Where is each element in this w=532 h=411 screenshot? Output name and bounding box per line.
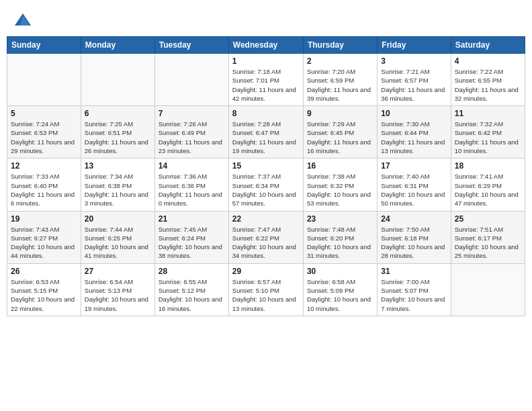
day-cell: 30Sunrise: 6:58 AM Sunset: 5:09 PM Dayli… [303,263,377,316]
day-info: Sunrise: 7:36 AM Sunset: 6:36 PM Dayligh… [159,172,225,208]
day-number: 19 [11,214,77,224]
day-cell: 18Sunrise: 7:41 AM Sunset: 6:29 PM Dayli… [451,158,525,211]
day-cell: 4Sunrise: 7:22 AM Sunset: 6:55 PM Daylig… [451,54,525,106]
week-row-1: 1Sunrise: 7:18 AM Sunset: 7:01 PM Daylig… [7,54,525,106]
day-cell: 22Sunrise: 7:47 AM Sunset: 6:22 PM Dayli… [228,211,303,263]
day-info: Sunrise: 6:57 AM Sunset: 5:10 PM Dayligh… [232,277,300,313]
day-number: 24 [381,214,447,224]
day-number: 30 [307,267,373,276]
day-cell: 13Sunrise: 7:34 AM Sunset: 6:38 PM Dayli… [81,158,154,211]
day-info: Sunrise: 7:47 AM Sunset: 6:22 PM Dayligh… [232,225,300,261]
day-number: 8 [232,109,300,118]
week-row-3: 12Sunrise: 7:33 AM Sunset: 6:40 PM Dayli… [7,158,525,211]
day-cell: 26Sunrise: 6:53 AM Sunset: 5:15 PM Dayli… [7,263,81,316]
day-cell: 3Sunrise: 7:21 AM Sunset: 6:57 PM Daylig… [378,54,451,106]
day-number: 10 [381,109,447,118]
day-info: Sunrise: 7:50 AM Sunset: 6:18 PM Dayligh… [381,225,447,261]
day-header-tuesday: Tuesday [154,37,228,54]
day-info: Sunrise: 7:22 AM Sunset: 6:55 PM Dayligh… [455,67,521,103]
day-cell [154,54,228,106]
day-cell [81,54,154,106]
day-info: Sunrise: 7:32 AM Sunset: 6:42 PM Dayligh… [455,120,521,155]
week-row-2: 5Sunrise: 7:24 AM Sunset: 6:53 PM Daylig… [7,106,525,158]
day-info: Sunrise: 7:44 AM Sunset: 6:25 PM Dayligh… [85,225,151,261]
day-cell: 29Sunrise: 6:57 AM Sunset: 5:10 PM Dayli… [228,263,303,316]
day-info: Sunrise: 7:24 AM Sunset: 6:53 PM Dayligh… [11,120,77,155]
logo [13,12,35,31]
day-cell: 1Sunrise: 7:18 AM Sunset: 7:01 PM Daylig… [228,54,303,106]
day-header-sunday: Sunday [7,37,81,54]
day-number: 31 [381,267,447,276]
day-number: 2 [307,56,373,66]
day-cell: 9Sunrise: 7:29 AM Sunset: 6:45 PM Daylig… [303,106,377,158]
day-info: Sunrise: 6:54 AM Sunset: 5:13 PM Dayligh… [85,277,151,313]
day-number: 25 [455,214,521,224]
day-info: Sunrise: 7:51 AM Sunset: 6:17 PM Dayligh… [455,225,521,261]
day-info: Sunrise: 7:26 AM Sunset: 6:49 PM Dayligh… [159,120,225,155]
day-cell: 20Sunrise: 7:44 AM Sunset: 6:25 PM Dayli… [81,211,154,263]
day-header-monday: Monday [81,37,154,54]
day-cell: 2Sunrise: 7:20 AM Sunset: 6:59 PM Daylig… [303,54,377,106]
day-cell: 10Sunrise: 7:30 AM Sunset: 6:44 PM Dayli… [378,106,451,158]
day-number: 21 [159,214,225,224]
day-number: 1 [232,56,300,66]
day-info: Sunrise: 7:20 AM Sunset: 6:59 PM Dayligh… [307,67,373,103]
day-cell: 15Sunrise: 7:37 AM Sunset: 6:34 PM Dayli… [228,158,303,211]
day-number: 12 [11,161,77,171]
day-number: 14 [159,161,225,171]
day-cell: 16Sunrise: 7:38 AM Sunset: 6:32 PM Dayli… [303,158,377,211]
day-number: 5 [11,109,77,118]
day-cell: 17Sunrise: 7:40 AM Sunset: 6:31 PM Dayli… [378,158,451,211]
logo-icon [13,12,32,31]
day-cell: 27Sunrise: 6:54 AM Sunset: 5:13 PM Dayli… [81,263,154,316]
day-cell: 23Sunrise: 7:48 AM Sunset: 6:20 PM Dayli… [303,211,377,263]
day-number: 13 [85,161,151,171]
day-number: 29 [232,267,300,276]
day-info: Sunrise: 7:28 AM Sunset: 6:47 PM Dayligh… [232,120,300,155]
day-headers-row: SundayMondayTuesdayWednesdayThursdayFrid… [7,37,525,54]
day-number: 22 [232,214,300,224]
day-number: 4 [455,56,521,66]
day-cell: 14Sunrise: 7:36 AM Sunset: 6:36 PM Dayli… [154,158,228,211]
week-row-4: 19Sunrise: 7:43 AM Sunset: 6:27 PM Dayli… [7,211,525,263]
day-header-thursday: Thursday [303,37,377,54]
day-number: 23 [307,214,373,224]
day-number: 6 [85,109,151,118]
day-cell: 25Sunrise: 7:51 AM Sunset: 6:17 PM Dayli… [451,211,525,263]
day-cell: 12Sunrise: 7:33 AM Sunset: 6:40 PM Dayli… [7,158,81,211]
day-info: Sunrise: 6:53 AM Sunset: 5:15 PM Dayligh… [11,277,77,313]
day-cell [451,263,525,316]
day-info: Sunrise: 7:37 AM Sunset: 6:34 PM Dayligh… [232,172,300,208]
day-info: Sunrise: 7:43 AM Sunset: 6:27 PM Dayligh… [11,225,77,261]
day-number: 26 [11,267,77,276]
day-info: Sunrise: 7:21 AM Sunset: 6:57 PM Dayligh… [381,67,447,103]
day-number: 15 [232,161,300,171]
day-cell: 24Sunrise: 7:50 AM Sunset: 6:18 PM Dayli… [378,211,451,263]
day-number: 16 [307,161,373,171]
week-row-5: 26Sunrise: 6:53 AM Sunset: 5:15 PM Dayli… [7,263,525,316]
day-info: Sunrise: 7:30 AM Sunset: 6:44 PM Dayligh… [381,120,447,155]
day-header-saturday: Saturday [451,37,525,54]
calendar: SundayMondayTuesdayWednesdayThursdayFrid… [7,36,525,316]
day-cell: 31Sunrise: 7:00 AM Sunset: 5:07 PM Dayli… [378,263,451,316]
day-info: Sunrise: 7:48 AM Sunset: 6:20 PM Dayligh… [307,225,373,261]
day-info: Sunrise: 7:18 AM Sunset: 7:01 PM Dayligh… [232,67,300,103]
day-cell: 8Sunrise: 7:28 AM Sunset: 6:47 PM Daylig… [228,106,303,158]
day-number: 9 [307,109,373,118]
day-cell: 28Sunrise: 6:55 AM Sunset: 5:12 PM Dayli… [154,263,228,316]
day-cell: 6Sunrise: 7:25 AM Sunset: 6:51 PM Daylig… [81,106,154,158]
day-info: Sunrise: 7:33 AM Sunset: 6:40 PM Dayligh… [11,172,77,208]
day-info: Sunrise: 7:34 AM Sunset: 6:38 PM Dayligh… [85,172,151,208]
day-number: 17 [381,161,447,171]
day-number: 3 [381,56,447,66]
day-info: Sunrise: 6:55 AM Sunset: 5:12 PM Dayligh… [159,277,225,313]
day-cell: 19Sunrise: 7:43 AM Sunset: 6:27 PM Dayli… [7,211,81,263]
day-info: Sunrise: 7:00 AM Sunset: 5:07 PM Dayligh… [381,277,447,313]
day-info: Sunrise: 7:41 AM Sunset: 6:29 PM Dayligh… [455,172,521,208]
header [7,7,525,34]
day-info: Sunrise: 7:45 AM Sunset: 6:24 PM Dayligh… [159,225,225,261]
day-cell: 7Sunrise: 7:26 AM Sunset: 6:49 PM Daylig… [154,106,228,158]
day-info: Sunrise: 7:29 AM Sunset: 6:45 PM Dayligh… [307,120,373,155]
day-number: 11 [455,109,521,118]
day-header-wednesday: Wednesday [228,37,303,54]
